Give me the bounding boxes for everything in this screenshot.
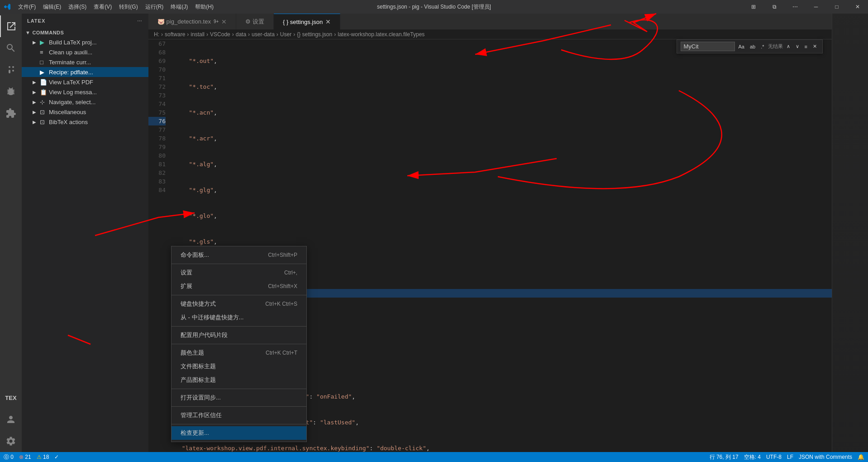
sidebar-item-navigate[interactable]: ▶ ⊹ Navigate, select...	[22, 97, 148, 107]
menu-item-color-theme[interactable]: 颜色主题 Ctrl+K Ctrl+T	[172, 346, 306, 360]
menu-run[interactable]: 运行(R)	[142, 0, 167, 14]
sidebar-item-terminate[interactable]: □ Terminate curr...	[22, 57, 148, 67]
status-position[interactable]: 行 76, 列 17	[710, 453, 739, 461]
breadcrumb-drive[interactable]: H:	[154, 31, 159, 38]
menu-sep-2	[172, 295, 306, 295]
breadcrumb-user[interactable]: User	[280, 31, 291, 38]
tree-expand-arrow: ▶	[33, 40, 40, 45]
commands-section[interactable]: ▼ COMMANDS	[22, 28, 148, 37]
find-match-case[interactable]: Aa	[737, 43, 746, 50]
recipe-play-icon: ▶	[40, 69, 47, 76]
menu-label-file-icon: 文件图标主题	[181, 362, 216, 371]
commands-arrow: ▼	[25, 30, 30, 35]
status-check[interactable]: ✓	[54, 454, 59, 460]
status-spaces[interactable]: 空格: 4	[744, 453, 761, 461]
activity-explorer[interactable]	[0, 15, 22, 37]
sidebar-more-btn[interactable]: ···	[136, 17, 143, 24]
more-button[interactable]: ⋯	[785, 0, 806, 14]
find-widget: Aa ab .* 无结果 ∧ ∨ ≡ ✕	[677, 39, 823, 53]
status-right: 行 76, 列 17 空格: 4 UTF-8 LF JSON with Comm…	[710, 453, 864, 461]
activity-settings[interactable]	[0, 430, 22, 452]
sidebar-item-bibtex[interactable]: ▶ ⊡ BibTeX actions	[22, 117, 148, 127]
tab-pig-detection[interactable]: 🐷 pig_detection.tex 9+ ✕	[148, 14, 236, 29]
sidebar-item-clean[interactable]: ≡ Clean up auxili...	[22, 47, 148, 57]
status-language[interactable]: JSON with Comments	[799, 454, 852, 460]
breadcrumb-data[interactable]: data	[236, 31, 246, 38]
menu-terminal[interactable]: 终端(J)	[167, 0, 191, 14]
navigate-arrow: ▶	[33, 100, 40, 105]
activity-tex[interactable]: TEX	[0, 387, 22, 409]
status-line-ending[interactable]: LF	[787, 454, 793, 460]
tab-bar: 🐷 pig_detection.tex 9+ ✕ ⚙ 设置 { } settin…	[148, 14, 832, 29]
menu-label-color-theme: 颜色主题	[181, 349, 204, 357]
stop-icon: □	[40, 59, 47, 66]
context-menu: 命令面板... Ctrl+Shift+P 设置 Ctrl+, 扩展 Ctrl+S…	[171, 246, 307, 442]
status-git[interactable]: ⓪ 0	[4, 453, 14, 461]
menu-item-settings[interactable]: 设置 Ctrl+,	[172, 266, 306, 279]
menu-label-workspace-trust: 管理工作区信任	[181, 411, 222, 419]
menu-item-keyboard-shortcuts[interactable]: 键盘快捷方式 Ctrl+K Ctrl+S	[172, 297, 306, 311]
menu-shortcut-extensions: Ctrl+Shift+X	[268, 283, 297, 289]
sidebar-item-recipe[interactable]: ▶ Recipe: pdflate...	[22, 67, 148, 77]
menu-help[interactable]: 帮助(H)	[191, 0, 217, 14]
tab-settings-json[interactable]: { } settings.json ✕	[274, 14, 340, 29]
layout-button[interactable]: ⊞	[743, 0, 764, 14]
activity-account[interactable]	[0, 409, 22, 430]
split-button[interactable]: ⧉	[764, 0, 785, 14]
breadcrumb-install[interactable]: install	[191, 31, 205, 38]
activity-extensions[interactable]	[0, 102, 22, 124]
menu-item-migrate-keyboard[interactable]: 从 - 中迁移键盘快捷方...	[172, 311, 306, 324]
menu-item-workspace-trust[interactable]: 管理工作区信任	[172, 409, 306, 422]
menu-edit[interactable]: 编辑(E)	[39, 0, 65, 14]
activity-source-control[interactable]	[0, 59, 22, 81]
sidebar-item-misc[interactable]: ▶ ⊡ Miscellaneous	[22, 107, 148, 117]
commands-label: COMMANDS	[32, 30, 64, 35]
find-regex[interactable]: .*	[759, 43, 766, 50]
menu-item-file-icon[interactable]: 文件图标主题	[172, 360, 306, 373]
maximize-button[interactable]: □	[826, 0, 847, 14]
menu-goto[interactable]: 转到(G)	[115, 0, 141, 14]
status-notifications[interactable]: 🔔	[858, 454, 864, 460]
find-lines[interactable]: ≡	[803, 43, 809, 50]
breadcrumb-vscode[interactable]: VSCode	[210, 31, 230, 38]
menu-file[interactable]: 文件(F)	[14, 0, 39, 14]
sidebar-item-build[interactable]: ▶ ▶ Build LaTeX proj...	[22, 37, 148, 47]
breadcrumb-file[interactable]: {} settings.json	[297, 31, 332, 38]
warning-count: 18	[43, 454, 49, 460]
sidebar-item-navigate-label: Navigate, select...	[49, 99, 145, 106]
menu-item-extensions[interactable]: 扩展 Ctrl+Shift+X	[172, 279, 306, 293]
status-encoding[interactable]: UTF-8	[766, 454, 782, 460]
menu-item-check-updates[interactable]: 检查更新...	[172, 426, 306, 440]
close-button[interactable]: ✕	[847, 0, 868, 14]
bibtex-arrow: ▶	[33, 120, 40, 125]
find-close[interactable]: ✕	[811, 43, 819, 50]
tab-settings-json-label: { } settings.json	[283, 19, 323, 25]
menu-item-command-palette[interactable]: 命令面板... Ctrl+Shift+P	[172, 248, 306, 262]
find-prev[interactable]: ∧	[785, 43, 792, 50]
menu-view[interactable]: 查看(V)	[90, 0, 115, 14]
find-next[interactable]: ∨	[794, 43, 801, 50]
tab-settings-chinese[interactable]: ⚙ 设置	[236, 14, 274, 29]
status-warnings[interactable]: ⚠ 18	[37, 454, 49, 460]
sidebar-item-view-pdf[interactable]: ▶ 📄 View LaTeX PDF	[22, 77, 148, 87]
find-input[interactable]	[681, 42, 735, 51]
sidebar-item-view-log[interactable]: ▶ 📋 View Log messa...	[22, 87, 148, 97]
tab-pig-detection-close[interactable]: ✕	[221, 18, 227, 25]
breadcrumb-software[interactable]: software	[165, 31, 185, 38]
title-bar: 文件(F) 编辑(E) 选择(S) 查看(V) 转到(G) 运行(R) 终端(J…	[0, 0, 868, 14]
sidebar-item-build-label: Build LaTeX proj...	[49, 39, 145, 46]
menu-item-sync[interactable]: 打开设置同步...	[172, 391, 306, 404]
menu-item-snippets[interactable]: 配置用户代码片段	[172, 328, 306, 342]
activity-debug[interactable]	[0, 81, 22, 102]
menu-select[interactable]: 选择(S)	[65, 0, 90, 14]
minimize-button[interactable]: ─	[806, 0, 826, 14]
status-errors[interactable]: ⊗ 21	[19, 454, 31, 460]
code-line-74: "*.gls",	[175, 237, 832, 246]
find-match-word[interactable]: ab	[748, 43, 757, 50]
breadcrumb-property[interactable]: latex-workshop.latex.clean.fileTypes	[338, 31, 424, 38]
menu-item-product-icon[interactable]: 产品图标主题	[172, 373, 306, 387]
activity-search[interactable]	[0, 37, 22, 59]
tab-settings-json-close[interactable]: ✕	[325, 18, 331, 25]
code-line-67: "*.out",	[175, 57, 832, 65]
breadcrumb-userdata[interactable]: user-data	[252, 31, 275, 38]
